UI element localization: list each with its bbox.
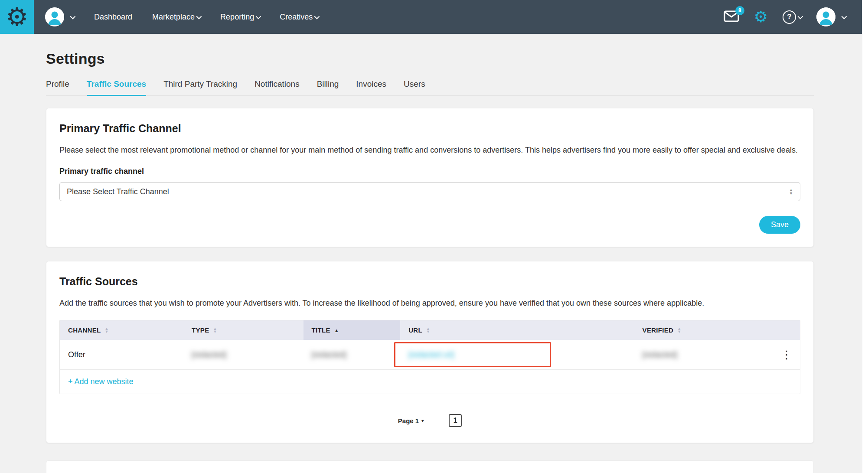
traffic-channel-select[interactable]: Please Select Traffic Channel ▲▼: [59, 182, 800, 201]
card-title: Primary Traffic Channel: [59, 122, 800, 135]
primary-traffic-channel-card: Primary Traffic Channel Please select th…: [46, 108, 814, 247]
nav-item-reporting[interactable]: Reporting: [220, 13, 260, 22]
chevron-down-icon: ▾: [421, 418, 424, 423]
website-url-link[interactable]: [redacted url]: [408, 350, 454, 359]
nav-item-creatives[interactable]: Creatives: [280, 13, 318, 22]
column-header-title[interactable]: TITLE ▲: [303, 320, 401, 340]
column-label: TYPE: [192, 326, 209, 334]
nav-links: Dashboard Marketplace Reporting Creative…: [94, 13, 318, 22]
select-value: Please Select Traffic Channel: [67, 187, 169, 196]
main-content: Settings Profile Traffic Sources Third P…: [46, 50, 814, 443]
select-arrows-icon: ▲▼: [789, 188, 793, 195]
next-card-partial: [46, 460, 814, 473]
card-description: Please select the most relevant promotio…: [59, 144, 800, 156]
column-label: URL: [408, 326, 422, 334]
chevron-down-icon: [196, 13, 202, 19]
nav-item-marketplace[interactable]: Marketplace: [152, 13, 200, 22]
sort-icon: ▲▼: [213, 327, 217, 333]
messages-badge: 8: [735, 6, 744, 15]
column-label: TITLE: [312, 326, 330, 334]
sort-ascending-icon: ▲: [334, 328, 339, 333]
account-avatar: [45, 7, 64, 26]
add-website-row: + Add new website: [60, 370, 800, 394]
help-menu[interactable]: ?: [783, 10, 802, 24]
pagination: Page 1 ▾ 1: [59, 414, 800, 427]
column-header-actions: [765, 320, 800, 340]
sort-icon: ▲▼: [677, 327, 681, 333]
column-header-url[interactable]: URL ▲▼: [400, 320, 634, 340]
gear-logo-icon: ⚙: [6, 4, 28, 29]
tab-third-party-tracking[interactable]: Third Party Tracking: [163, 79, 237, 95]
nav-item-label: Dashboard: [94, 13, 132, 22]
app-logo[interactable]: ⚙: [0, 0, 34, 34]
cell-actions: ⋮: [765, 340, 800, 370]
user-avatar: [816, 7, 835, 26]
tab-notifications[interactable]: Notifications: [255, 79, 300, 95]
traffic-sources-card: Traffic Sources Add the traffic sources …: [46, 261, 814, 443]
settings-gear-icon[interactable]: ⚙: [754, 9, 768, 25]
help-icon: ?: [783, 10, 796, 24]
messages-button[interactable]: 8: [724, 10, 739, 24]
column-label: VERIFIED: [643, 326, 674, 334]
nav-item-label: Creatives: [280, 13, 313, 22]
page-title: Settings: [46, 50, 814, 67]
traffic-sources-table: CHANNEL ▲▼ TYPE ▲▼ TITLE: [59, 320, 800, 394]
chevron-down-icon: [842, 13, 847, 19]
page-label: Page 1: [398, 417, 419, 424]
redacted-text: [redacted]: [643, 350, 677, 359]
person-icon: [45, 7, 64, 26]
row-kebab-menu-icon[interactable]: ⋮: [773, 349, 800, 360]
add-new-website-link[interactable]: + Add new website: [68, 377, 134, 386]
nav-item-label: Reporting: [220, 13, 254, 22]
chevron-down-icon: [798, 13, 803, 19]
redacted-text: [redacted]: [192, 350, 226, 359]
column-header-channel[interactable]: CHANNEL ▲▼: [60, 320, 183, 340]
sort-icon: ▲▼: [104, 327, 108, 333]
account-switcher[interactable]: [45, 7, 74, 26]
column-label: CHANNEL: [68, 326, 101, 334]
column-header-verified[interactable]: VERIFIED ▲▼: [634, 320, 765, 340]
nav-right-icons: 8 ⚙ ?: [724, 7, 845, 26]
tab-users[interactable]: Users: [404, 79, 425, 95]
sort-icon: ▲▼: [426, 327, 430, 333]
chevron-down-icon: [70, 13, 76, 19]
card-title: Traffic Sources: [59, 275, 800, 288]
cell-url: [redacted url]: [400, 340, 634, 370]
tab-profile[interactable]: Profile: [46, 79, 69, 95]
tab-invoices[interactable]: Invoices: [356, 79, 386, 95]
save-button[interactable]: Save: [759, 216, 800, 234]
cell-channel: Offer: [60, 340, 183, 370]
cell-title: [redacted]: [303, 340, 401, 370]
tab-billing[interactable]: Billing: [317, 79, 339, 95]
column-header-type[interactable]: TYPE ▲▼: [183, 320, 303, 340]
table-header-row: CHANNEL ▲▼ TYPE ▲▼ TITLE: [60, 320, 800, 340]
settings-tabs: Profile Traffic Sources Third Party Trac…: [46, 79, 814, 96]
user-menu[interactable]: [816, 7, 845, 26]
person-icon: [816, 7, 835, 26]
scrollbar[interactable]: [862, 0, 868, 473]
traffic-channel-label: Primary traffic channel: [59, 167, 800, 176]
tab-traffic-sources[interactable]: Traffic Sources: [87, 79, 146, 96]
nav-item-dashboard[interactable]: Dashboard: [94, 13, 132, 22]
chevron-down-icon: [314, 13, 320, 19]
nav-item-label: Marketplace: [152, 13, 195, 22]
top-navigation: ⚙ Dashboard Marketplace Reporting Creati…: [0, 0, 868, 34]
redacted-text: [redacted]: [312, 350, 346, 359]
table-row: Offer [redacted] [redacted] [redacted ur…: [60, 340, 800, 370]
cell-type: [redacted]: [183, 340, 303, 370]
card-description: Add the traffic sources that you wish to…: [59, 297, 800, 309]
page-selector[interactable]: Page 1 ▾: [398, 417, 424, 424]
page-number-button[interactable]: 1: [449, 414, 462, 427]
chevron-down-icon: [256, 13, 261, 19]
cell-verified: [redacted]: [634, 340, 765, 370]
